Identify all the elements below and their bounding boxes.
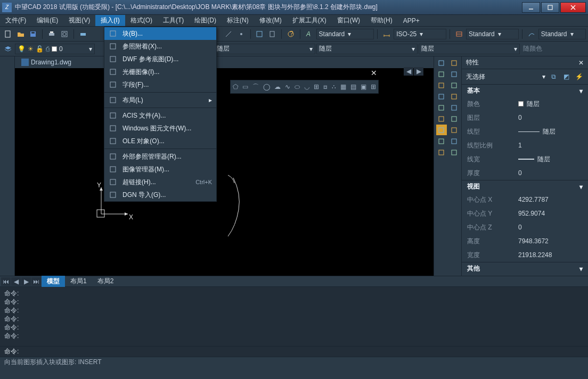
point-tool-icon[interactable]: ∴ xyxy=(332,83,336,90)
menu-item[interactable]: 格式(O) xyxy=(125,15,158,26)
table-style-combo[interactable]: Standard▾ xyxy=(466,29,519,39)
print-preview-icon[interactable] xyxy=(59,28,70,40)
menu-item[interactable]: 窗口(W) xyxy=(332,15,365,26)
menu-dropdown-item[interactable]: DWF 参考底图(D)... xyxy=(104,53,216,65)
linetype-combo[interactable]: 随层▾ xyxy=(214,44,315,54)
property-row[interactable]: 高度7948.3672 xyxy=(462,234,588,248)
property-value[interactable]: 随层 xyxy=(518,127,583,136)
ellipse-icon[interactable]: ⬭ xyxy=(295,83,300,90)
menu-dropdown-item[interactable]: 图像管理器(M)... xyxy=(104,163,216,176)
property-value[interactable]: 随层 xyxy=(518,155,583,164)
menu-item[interactable]: 插入(I) xyxy=(95,15,125,26)
open-icon[interactable] xyxy=(15,28,27,40)
color-combo[interactable]: 随颜色 xyxy=(521,44,558,54)
property-row[interactable]: 厚度0 xyxy=(462,166,588,180)
sheet-icon[interactable] xyxy=(266,28,278,40)
menu-dropdown-item[interactable]: 块(B)... xyxy=(104,27,216,40)
offset-icon[interactable] xyxy=(449,69,460,79)
maximize-button[interactable] xyxy=(541,2,559,13)
quick-select-icon[interactable]: ⧉ xyxy=(549,72,558,81)
minimize-button[interactable] xyxy=(522,2,540,13)
property-value[interactable]: 0 xyxy=(518,224,583,231)
property-value[interactable]: 随层 xyxy=(518,100,583,109)
grid-icon[interactable] xyxy=(436,147,447,158)
polygon-icon[interactable]: ⬠ xyxy=(233,83,238,90)
layout-tab[interactable]: 模型 xyxy=(42,276,65,287)
property-value[interactable]: 0 xyxy=(518,114,583,121)
mirror-icon[interactable] xyxy=(436,69,447,79)
print-icon[interactable] xyxy=(46,28,58,40)
make-block-icon[interactable]: ⧈ xyxy=(323,83,328,90)
scale-icon[interactable] xyxy=(449,91,460,102)
close-button[interactable] xyxy=(560,2,586,13)
spline-icon[interactable]: ∿ xyxy=(285,83,290,90)
cloud-icon[interactable]: ☁ xyxy=(274,83,281,90)
move-icon[interactable] xyxy=(449,80,460,90)
join-icon[interactable] xyxy=(436,125,447,135)
rotate-icon[interactable] xyxy=(436,91,447,102)
property-value[interactable]: 1 xyxy=(518,142,583,149)
insert-block-icon[interactable]: ⊞ xyxy=(314,83,319,90)
publish-icon[interactable] xyxy=(77,28,89,40)
save-icon[interactable] xyxy=(28,28,39,40)
tab-next-icon[interactable]: ▶ xyxy=(21,277,31,286)
selection-combo[interactable]: 无选择▾ xyxy=(466,72,545,81)
new-icon[interactable] xyxy=(2,28,14,40)
menu-item[interactable]: 工具(T) xyxy=(158,15,189,26)
trim-icon[interactable] xyxy=(449,102,460,113)
drawing-canvas[interactable]: ◀ ▶ ⬠ ▭ ⌒ ◯ ☁ ∿ ⬭ ◡ ⊞ ⧈ ∴ ▦ ▤ ▣ ⊞ ✕ xyxy=(15,68,434,276)
float-close-icon[interactable]: ✕ xyxy=(371,69,377,77)
help-icon[interactable]: ? xyxy=(285,28,297,40)
menu-item[interactable]: 帮助(H) xyxy=(365,15,398,26)
menu-dropdown-item[interactable]: Windows 图元文件(W)... xyxy=(104,122,216,135)
mline-style-combo[interactable]: Standard▾ xyxy=(538,29,586,39)
property-value[interactable]: 4292.7787 xyxy=(518,196,583,203)
property-value[interactable]: 21918.2248 xyxy=(518,251,583,259)
eraser-icon[interactable] xyxy=(436,57,447,68)
menu-item[interactable]: 扩展工具(X) xyxy=(287,15,332,26)
dim-style-combo[interactable]: ISO-25▾ xyxy=(394,29,446,39)
extend-icon[interactable] xyxy=(436,113,447,124)
toggle-pinned-icon[interactable]: ⚡ xyxy=(574,72,584,81)
properties-icon[interactable] xyxy=(254,28,265,40)
property-row[interactable]: 中心点 Y952.9074 xyxy=(462,207,588,220)
property-section-header[interactable]: 视图▾ xyxy=(462,180,588,193)
properties-title-bar[interactable]: 特性 ✕ xyxy=(462,56,588,69)
menu-dropdown-item[interactable]: 布局(L)▸ xyxy=(104,94,216,106)
document-tab[interactable]: Drawing1.dwg xyxy=(17,57,76,67)
table-style-icon[interactable] xyxy=(453,28,465,40)
floating-draw-toolbar[interactable]: ⬠ ▭ ⌒ ◯ ☁ ∿ ⬭ ◡ ⊞ ⧈ ∴ ▦ ▤ ▣ ⊞ ✕ xyxy=(230,80,379,94)
layout-tab[interactable]: 布局1 xyxy=(65,276,92,287)
property-section-header[interactable]: 基本▾ xyxy=(462,84,588,97)
property-value[interactable]: 7948.3672 xyxy=(518,237,583,245)
menu-item[interactable]: 视图(V) xyxy=(63,15,95,26)
menu-item[interactable]: 编辑(E) xyxy=(31,15,63,26)
copy-icon[interactable] xyxy=(449,57,460,68)
layer-manager-icon[interactable] xyxy=(2,43,14,55)
tab-prev-icon[interactable]: ◀ xyxy=(11,277,21,286)
menu-dropdown-item[interactable]: OLE 对象(O)... xyxy=(104,135,216,147)
fillet-icon[interactable] xyxy=(436,136,447,146)
property-row[interactable]: 颜色随层 xyxy=(462,97,588,111)
table-icon[interactable]: ⊞ xyxy=(371,83,376,90)
menu-item[interactable]: 文件(F) xyxy=(0,15,31,26)
dim-style-icon[interactable] xyxy=(381,28,393,40)
lineweight-combo[interactable]: 随层▾ xyxy=(316,44,418,54)
property-row[interactable]: 中心点 X4292.7787 xyxy=(462,193,588,207)
hatch-icon[interactable]: ▦ xyxy=(340,83,346,90)
chamfer-icon[interactable] xyxy=(449,125,460,135)
property-value[interactable]: 0 xyxy=(518,169,583,177)
menu-dropdown-item[interactable]: 超链接(H)...Ctrl+K xyxy=(104,176,216,188)
command-history[interactable]: 命令:命令:命令:命令:命令:命令: xyxy=(0,287,588,346)
menu-item[interactable]: 绘图(D) xyxy=(189,15,222,26)
menu-item[interactable]: APP+ xyxy=(398,15,425,26)
tab-first-icon[interactable]: ⏮ xyxy=(1,277,11,286)
ellipse-arc-icon[interactable]: ◡ xyxy=(304,83,309,90)
text-style-combo[interactable]: Standard▾ xyxy=(316,29,374,39)
command-input[interactable]: 命令: xyxy=(0,346,588,357)
explode-icon[interactable] xyxy=(449,136,460,146)
tab-last-icon[interactable]: ⏭ xyxy=(31,277,41,286)
layout-tab[interactable]: 布局2 xyxy=(92,276,119,287)
menu-dropdown-item[interactable]: 参照附着(X)... xyxy=(104,40,216,53)
menu-dropdown-item[interactable]: 光栅图像(I)... xyxy=(104,65,216,78)
